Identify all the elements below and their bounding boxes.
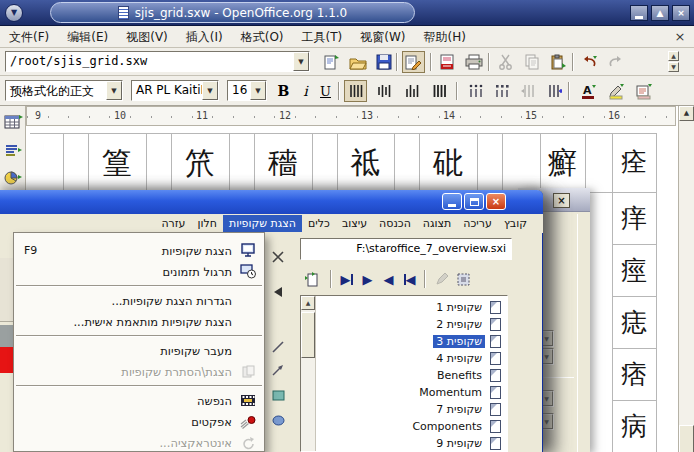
font-size-dropdown[interactable]: ▼ [250,81,266,100]
paragraph-style-value[interactable]: 预格式化的正文 [6,81,106,100]
valign-top-button[interactable] [344,80,367,102]
paragraph-style-dropdown[interactable]: ▼ [106,81,122,100]
numbering-button[interactable] [464,80,487,102]
menu-edit[interactable]: 编辑(E) [58,26,117,48]
background-color-button[interactable] [632,80,655,102]
grid-cell[interactable]: 痙 [612,244,656,296]
insert-table-button[interactable] [1,110,25,134]
list-item[interactable]: שקופית 2 [317,316,505,332]
impress-restore-button[interactable] [464,193,484,210]
list-item[interactable]: Benefits [317,367,505,383]
show-shapes-button[interactable] [452,268,474,290]
menu-tools[interactable]: 工具(T) [293,26,352,48]
url-input[interactable]: /root/sjis_grid.sxw [6,52,293,71]
font-name-value[interactable]: AR PL KaitiM [132,81,202,100]
menu-format[interactable]: 格式(O) [232,26,293,48]
grid-cell[interactable]: 癬 [540,133,585,192]
last-slide-button[interactable]: ◀ [399,268,420,290]
toolbar-scroll-down-button[interactable]: ▼ [668,62,679,72]
menu-file[interactable]: קובץ [498,215,533,232]
tool-arrow-icon[interactable] [269,361,287,379]
list-item[interactable]: שקופית 1 [317,299,505,315]
bold-button[interactable]: B [272,80,295,102]
menu-window[interactable]: חלון [191,215,222,232]
vertical-scrollbar[interactable]: ▲ [678,106,694,452]
menu-help[interactable]: עזרה [155,215,191,232]
window-menu-button[interactable]: ▼ [5,4,23,22]
menu-format[interactable]: עיצוב [336,215,373,232]
grid-cell[interactable]: 篁 [88,133,146,192]
open-button[interactable] [346,51,369,73]
menu-file[interactable]: 文件(F) [0,26,58,48]
menu-view[interactable]: תצוגה [417,215,457,232]
insert-object-button[interactable] [1,166,25,190]
new-document-button[interactable] [320,51,343,73]
menu-help[interactable]: 帮助(H) [414,26,474,48]
menu-item-slide-show-settings[interactable]: הגדרות הצגת שקופיות... [14,290,264,311]
menu-item-slide-show[interactable]: הצגת שקופיות F9 [14,240,264,261]
valign-bottom-button[interactable] [400,80,423,102]
list-item-selected[interactable]: שקופית 3 [317,333,505,349]
valign-center-button[interactable] [372,80,395,102]
scrollbar-thumb[interactable] [679,425,694,452]
menu-edit[interactable]: עריכה [457,215,498,232]
next-slide-button[interactable]: ▶ [357,268,378,290]
fragment-close-button[interactable]: × [553,193,570,208]
grid-cell[interactable]: 穡 [254,133,312,192]
minimize-button[interactable] [630,5,648,21]
menu-insert[interactable]: 插入(I) [177,26,232,48]
menu-view[interactable]: 视图(V) [117,26,177,48]
grid-cell[interactable]: 痒 [612,192,656,244]
close-button[interactable]: × [672,5,690,21]
valign-justify-button[interactable] [428,80,451,102]
grid-cell[interactable]: 痣 [612,296,656,348]
tool-zoom-icon[interactable] [269,248,287,266]
menu-window[interactable]: 视窗(W) [351,26,414,48]
tool-ellipse-icon[interactable] [269,411,287,429]
scroll-up-button[interactable]: ▲ [679,106,694,121]
list-item[interactable]: Components [317,418,505,434]
grid-cell[interactable]: 病 [612,400,656,452]
list-scroll-up-button[interactable]: ▲ [301,296,315,310]
export-pdf-button[interactable] [436,51,459,73]
paste-button[interactable] [546,51,569,73]
increase-indent-button[interactable] [542,80,565,102]
menu-slide-show[interactable]: הצגת שקופיות [223,215,302,232]
horizontal-ruler[interactable]: 9 10 11 12 13 14 15 16 [26,106,676,126]
menu-item-animation[interactable]: הנפשה [14,390,264,411]
list-scrollbar[interactable]: ▲ [301,296,316,451]
toolbar-scroll-up-button[interactable]: ▲ [668,51,679,61]
impress-minimize-button[interactable] [442,193,462,210]
list-item[interactable]: שקופית 7 [317,401,505,417]
save-button[interactable] [372,51,395,73]
undo-button[interactable] [578,51,601,73]
grid-cell[interactable]: 痊 [612,133,656,192]
first-slide-button[interactable]: ▶ [336,268,357,290]
titlebar-pill[interactable]: sjis_grid.sxw - OpenOffice.org 1.1.0 [50,2,415,23]
bullets-button[interactable] [490,80,513,102]
grid-cell[interactable]: 笊 [171,133,229,192]
list-item[interactable]: שקופית 9 [317,435,505,451]
grid-cell[interactable]: 砒 [419,133,477,192]
print-button[interactable] [462,51,485,73]
maximize-button[interactable]: ▲ [651,5,669,21]
menu-item-slide-transition[interactable]: מעבר שקופיות [14,340,264,361]
tool-rectangle-icon[interactable] [269,386,287,404]
tool-select-icon[interactable] [269,283,287,301]
highlighting-button[interactable] [604,80,627,102]
edit-file-button[interactable] [402,51,425,73]
file-path-field[interactable]: F:\staroffice_7_overview.sxi [300,238,512,260]
menu-item-custom-slide-show[interactable]: הצגת שקופיות מותאמת אישית... [14,311,264,332]
list-scrollbar-thumb[interactable] [301,312,315,358]
font-color-button[interactable]: A [576,80,599,102]
previous-slide-button[interactable]: ◀ [378,268,399,290]
url-dropdown-button[interactable]: ▼ [293,52,309,71]
insert-fields-button[interactable] [1,138,25,162]
list-item[interactable]: שקופית 4 [317,350,505,366]
grid-cell[interactable]: 痞 [612,348,656,400]
drag-mode-button[interactable] [300,268,326,290]
menu-item-rehearse-timings[interactable]: תרגול תזמונים [14,261,264,282]
font-size-value[interactable]: 16 [228,81,250,100]
impress-close-button[interactable]: × [486,193,506,210]
menu-item-effects[interactable]: אפקטים [14,411,264,432]
